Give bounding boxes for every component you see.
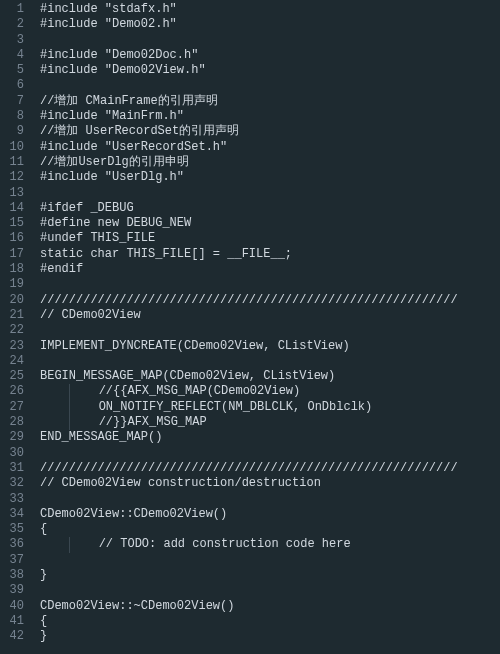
line-number: 20 bbox=[4, 293, 24, 308]
code-text: ////////////////////////////////////////… bbox=[40, 461, 458, 475]
code-line[interactable]: //{{AFX_MSG_MAP(CDemo02View) bbox=[40, 384, 500, 399]
code-line[interactable]: //增加 CMainFrame的引用声明 bbox=[40, 94, 500, 109]
code-line[interactable]: //}}AFX_MSG_MAP bbox=[40, 415, 500, 430]
line-number: 3 bbox=[4, 33, 24, 48]
code-line[interactable]: { bbox=[40, 522, 500, 537]
line-number: 36 bbox=[4, 537, 24, 552]
code-text: static char THIS_FILE[] = __FILE__; bbox=[40, 247, 292, 261]
code-text: END_MESSAGE_MAP() bbox=[40, 430, 162, 444]
code-line[interactable] bbox=[40, 33, 500, 48]
code-text: // CDemo02View construction/destruction bbox=[40, 476, 321, 490]
code-line[interactable]: #include "Demo02.h" bbox=[40, 17, 500, 32]
code-text: // CDemo02View bbox=[40, 308, 141, 322]
code-text: { bbox=[40, 614, 47, 628]
code-line[interactable]: ////////////////////////////////////////… bbox=[40, 461, 500, 476]
code-line[interactable]: CDemo02View::~CDemo02View() bbox=[40, 599, 500, 614]
code-line[interactable] bbox=[40, 78, 500, 93]
line-number: 30 bbox=[4, 446, 24, 461]
code-line[interactable] bbox=[40, 553, 500, 568]
code-text: #include "Demo02View.h" bbox=[40, 63, 206, 77]
line-number: 18 bbox=[4, 262, 24, 277]
code-text: #ifdef _DEBUG bbox=[40, 201, 134, 215]
line-number: 42 bbox=[4, 629, 24, 644]
line-number: 8 bbox=[4, 109, 24, 124]
code-editor: 1234567891011121314151617181920212223242… bbox=[0, 0, 500, 654]
line-number: 19 bbox=[4, 277, 24, 292]
line-number: 9 bbox=[4, 124, 24, 139]
code-line[interactable]: #include "Demo02View.h" bbox=[40, 63, 500, 78]
code-line[interactable] bbox=[40, 492, 500, 507]
code-text: #include "stdafx.h" bbox=[40, 2, 177, 16]
line-number: 29 bbox=[4, 430, 24, 445]
code-line[interactable]: BEGIN_MESSAGE_MAP(CDemo02View, CListView… bbox=[40, 369, 500, 384]
line-number: 13 bbox=[4, 186, 24, 201]
code-text: #include "UserRecordSet.h" bbox=[40, 140, 227, 154]
code-line[interactable]: //增加 UserRecordSet的引用声明 bbox=[40, 124, 500, 139]
code-content[interactable]: #include "stdafx.h"#include "Demo02.h"#i… bbox=[34, 0, 500, 654]
line-number: 21 bbox=[4, 308, 24, 323]
line-number: 40 bbox=[4, 599, 24, 614]
code-line[interactable] bbox=[40, 186, 500, 201]
line-number: 22 bbox=[4, 323, 24, 338]
line-number: 10 bbox=[4, 140, 24, 155]
code-text: //增加 UserRecordSet的引用声明 bbox=[40, 124, 239, 138]
code-line[interactable]: // CDemo02View bbox=[40, 308, 500, 323]
code-text: //增加 CMainFrame的引用声明 bbox=[40, 94, 218, 108]
code-line[interactable]: #include "UserRecordSet.h" bbox=[40, 140, 500, 155]
code-text: CDemo02View::CDemo02View() bbox=[40, 507, 227, 521]
code-line[interactable]: #include "UserDlg.h" bbox=[40, 170, 500, 185]
code-line[interactable]: #undef THIS_FILE bbox=[40, 231, 500, 246]
code-text: #define new DEBUG_NEW bbox=[40, 216, 191, 230]
line-number: 39 bbox=[4, 583, 24, 598]
code-line[interactable]: #include "MainFrm.h" bbox=[40, 109, 500, 124]
line-number: 33 bbox=[4, 492, 24, 507]
code-line[interactable] bbox=[40, 277, 500, 292]
code-text: // TODO: add construction code here bbox=[99, 537, 351, 551]
code-text: #include "MainFrm.h" bbox=[40, 109, 184, 123]
code-line[interactable]: END_MESSAGE_MAP() bbox=[40, 430, 500, 445]
line-number: 35 bbox=[4, 522, 24, 537]
code-line[interactable]: ////////////////////////////////////////… bbox=[40, 293, 500, 308]
code-line[interactable]: #define new DEBUG_NEW bbox=[40, 216, 500, 231]
code-text: } bbox=[40, 629, 47, 643]
code-line[interactable] bbox=[40, 446, 500, 461]
line-number: 5 bbox=[4, 63, 24, 78]
line-number: 7 bbox=[4, 94, 24, 109]
line-number: 15 bbox=[4, 216, 24, 231]
code-line[interactable]: IMPLEMENT_DYNCREATE(CDemo02View, CListVi… bbox=[40, 339, 500, 354]
code-line[interactable]: CDemo02View::CDemo02View() bbox=[40, 507, 500, 522]
code-line[interactable]: #include "Demo02Doc.h" bbox=[40, 48, 500, 63]
line-number: 26 bbox=[4, 384, 24, 399]
code-text: ////////////////////////////////////////… bbox=[40, 293, 458, 307]
code-text: #include "UserDlg.h" bbox=[40, 170, 184, 184]
line-number: 23 bbox=[4, 339, 24, 354]
code-line[interactable]: // CDemo02View construction/destruction bbox=[40, 476, 500, 491]
code-line[interactable]: // TODO: add construction code here bbox=[40, 537, 500, 552]
line-number: 28 bbox=[4, 415, 24, 430]
code-line[interactable]: #include "stdafx.h" bbox=[40, 2, 500, 17]
code-line[interactable]: //增加UserDlg的引用申明 bbox=[40, 155, 500, 170]
code-line[interactable]: { bbox=[40, 614, 500, 629]
code-text: //}}AFX_MSG_MAP bbox=[99, 415, 207, 429]
line-number: 14 bbox=[4, 201, 24, 216]
code-line[interactable]: static char THIS_FILE[] = __FILE__; bbox=[40, 247, 500, 262]
line-number: 34 bbox=[4, 507, 24, 522]
code-line[interactable]: #ifdef _DEBUG bbox=[40, 201, 500, 216]
code-line[interactable]: ON_NOTIFY_REFLECT(NM_DBLCLK, OnDblclk) bbox=[40, 400, 500, 415]
line-number: 2 bbox=[4, 17, 24, 32]
code-text: //增加UserDlg的引用申明 bbox=[40, 155, 189, 169]
code-line[interactable] bbox=[40, 354, 500, 369]
line-number: 4 bbox=[4, 48, 24, 63]
code-line[interactable] bbox=[40, 583, 500, 598]
code-text: #include "Demo02Doc.h" bbox=[40, 48, 198, 62]
code-text: CDemo02View::~CDemo02View() bbox=[40, 599, 234, 613]
line-number: 32 bbox=[4, 476, 24, 491]
line-number: 16 bbox=[4, 231, 24, 246]
code-line[interactable]: #endif bbox=[40, 262, 500, 277]
line-number: 27 bbox=[4, 400, 24, 415]
line-number: 38 bbox=[4, 568, 24, 583]
code-line[interactable] bbox=[40, 323, 500, 338]
code-text: //{{AFX_MSG_MAP(CDemo02View) bbox=[99, 384, 301, 398]
code-line[interactable]: } bbox=[40, 568, 500, 583]
code-line[interactable]: } bbox=[40, 629, 500, 644]
